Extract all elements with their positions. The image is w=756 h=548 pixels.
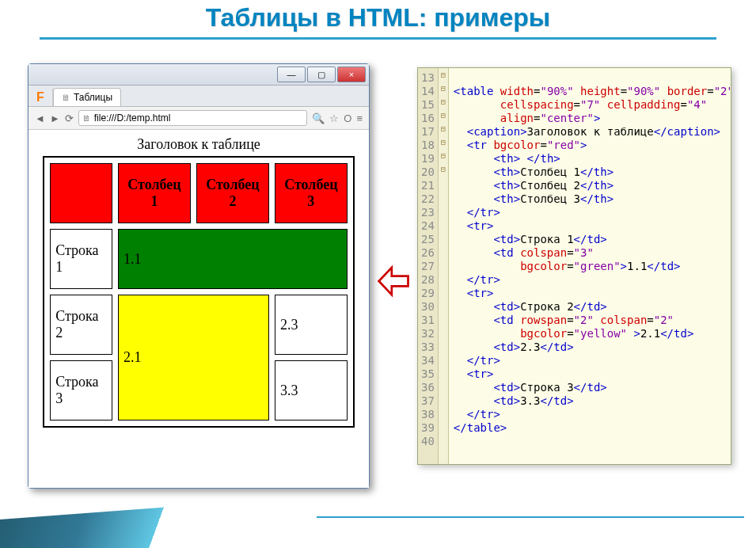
code-body: <table width="90%" height="90%" border="… bbox=[449, 68, 731, 464]
rendered-page: Заголовок к таблице Столбец 1 Столбец 2 … bbox=[28, 130, 369, 488]
table-caption: Заголовок к таблице bbox=[36, 136, 361, 153]
cell-2-3: 2.3 bbox=[275, 295, 348, 355]
demo-table: Столбец 1 Столбец 2 Столбец 3 Строка 1 1… bbox=[43, 156, 355, 428]
forward-icon[interactable]: ► bbox=[50, 112, 60, 124]
divider bbox=[40, 37, 716, 40]
opera-icon[interactable]: O bbox=[344, 112, 351, 124]
cell-3-3: 3.3 bbox=[275, 360, 348, 421]
back-icon[interactable]: ◄ bbox=[35, 112, 45, 124]
slide-decoration bbox=[0, 500, 285, 548]
window-titlebar: — ▢ × bbox=[28, 64, 369, 86]
url-input[interactable]: 🗎 file:///D:/temp.html bbox=[78, 110, 308, 126]
search-icon[interactable]: 🔍 bbox=[312, 112, 325, 124]
file-icon: 🗎 bbox=[62, 93, 70, 102]
table-row: Строка 2 2.1 2.3 bbox=[50, 295, 348, 355]
tab-title: Таблицы bbox=[74, 92, 112, 103]
browser-window: — ▢ × F 🗎 Таблицы ◄ ► ⟳ 🗎 file:///D:/tem… bbox=[28, 63, 370, 489]
row3-label: Строка 3 bbox=[50, 360, 112, 421]
browser-logo-icon: F bbox=[28, 89, 53, 106]
arrow-left-icon bbox=[376, 261, 412, 301]
reload-icon[interactable]: ⟳ bbox=[65, 112, 74, 124]
code-editor: 1314151617181920212223242526272829303132… bbox=[417, 67, 731, 465]
maximize-button[interactable]: ▢ bbox=[307, 67, 336, 82]
address-bar: ◄ ► ⟳ 🗎 file:///D:/temp.html 🔍 ☆ O ≡ bbox=[28, 107, 369, 130]
fold-column: ⊟⊟⊟⊟⊟⊟⊟⊟ bbox=[439, 68, 449, 464]
row1-label: Строка 1 bbox=[50, 229, 112, 289]
header-col1: Столбец 1 bbox=[118, 163, 191, 223]
header-col3: Столбец 3 bbox=[275, 163, 348, 223]
table-row: Строка 1 1.1 bbox=[50, 229, 348, 289]
minimize-button[interactable]: — bbox=[277, 67, 306, 82]
line-gutter: 1314151617181920212223242526272829303132… bbox=[418, 68, 439, 464]
browser-tab[interactable]: 🗎 Таблицы bbox=[53, 88, 121, 106]
menu-icon[interactable]: ≡ bbox=[356, 112, 363, 124]
url-text: file:///D:/temp.html bbox=[94, 112, 171, 124]
slide-title: Таблицы в HTML: примеры bbox=[0, 0, 756, 32]
header-col2: Столбец 2 bbox=[196, 163, 269, 223]
file-icon: 🗎 bbox=[82, 113, 91, 123]
cell-2-1: 2.1 bbox=[118, 295, 269, 421]
cell-1-1: 1.1 bbox=[118, 229, 348, 289]
star-icon[interactable]: ☆ bbox=[329, 112, 339, 124]
header-empty bbox=[50, 163, 112, 223]
browser-tabstrip: F 🗎 Таблицы bbox=[28, 86, 369, 107]
row2-label: Строка 2 bbox=[50, 295, 112, 355]
close-button[interactable]: × bbox=[337, 67, 366, 82]
footer-divider bbox=[317, 516, 744, 518]
header-row: Столбец 1 Столбец 2 Столбец 3 bbox=[50, 163, 348, 223]
